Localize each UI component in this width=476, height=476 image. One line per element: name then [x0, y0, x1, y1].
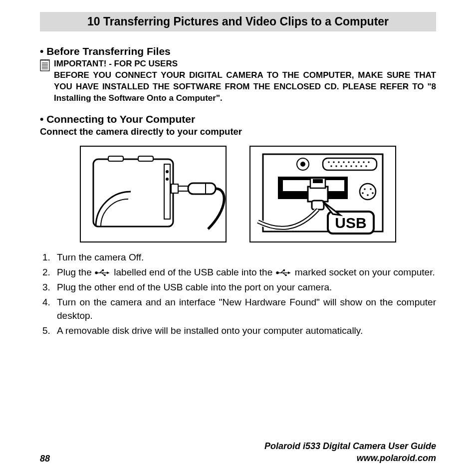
svg-point-17	[328, 161, 329, 163]
svg-point-4	[166, 170, 169, 173]
usb-callout-label: USB	[335, 215, 366, 231]
step-5: A removable disk drive will be installed…	[53, 324, 436, 338]
svg-rect-40	[312, 201, 324, 210]
svg-point-22	[353, 161, 354, 163]
figure-computer-usb: USB	[248, 144, 398, 244]
section-connect-heading: • Connecting to Your Computer	[40, 113, 436, 125]
svg-point-42	[364, 188, 366, 190]
svg-rect-8	[188, 183, 216, 194]
figure-camera-cable	[78, 144, 228, 244]
important-label: IMPORTANT! - FOR PC USERS	[54, 59, 178, 68]
svg-rect-39	[313, 179, 323, 183]
footer-url: www.polaroid.com	[264, 453, 436, 464]
section-connect-subheading: Connect the camera directly to your comp…	[40, 126, 436, 137]
usb-icon	[94, 269, 111, 276]
svg-point-5	[166, 178, 169, 181]
svg-rect-37	[308, 187, 328, 202]
svg-point-43	[370, 188, 372, 190]
step-2: Plug the labelled end of the USB cable i…	[53, 266, 436, 279]
svg-point-45	[372, 192, 374, 194]
svg-point-27	[335, 165, 337, 167]
chapter-title: 10 Transferring Pictures and Video Clips…	[40, 12, 436, 31]
svg-point-32	[360, 165, 362, 167]
svg-rect-54	[283, 269, 284, 271]
svg-rect-0	[40, 60, 49, 71]
svg-rect-2	[93, 159, 173, 227]
svg-point-55	[285, 274, 287, 276]
svg-point-28	[340, 165, 342, 167]
footer-guide-title: Polaroid i533 Digital Camera User Guide	[264, 441, 436, 452]
svg-point-20	[343, 161, 344, 163]
svg-point-33	[365, 165, 367, 167]
svg-point-26	[330, 165, 332, 167]
svg-point-21	[348, 161, 349, 163]
svg-point-25	[368, 161, 369, 163]
steps-list: Turn the camera Off. Plug the labelled e…	[40, 251, 436, 338]
svg-rect-6	[171, 184, 178, 193]
svg-point-15	[300, 162, 305, 167]
svg-rect-50	[102, 269, 104, 271]
svg-rect-10	[108, 156, 123, 161]
important-note: IMPORTANT! - FOR PC USERS BEFORE YOU CON…	[40, 58, 436, 104]
svg-point-19	[338, 161, 339, 163]
step-1: Turn the camera Off.	[53, 251, 436, 264]
svg-point-29	[345, 165, 347, 167]
svg-point-41	[360, 184, 376, 200]
step-4: Turn on the camera and an interface "New…	[53, 296, 436, 323]
step-3: Plug the other end of the USB cable into…	[53, 281, 436, 294]
svg-point-18	[333, 161, 334, 163]
usb-icon	[275, 269, 292, 276]
note-icon	[40, 59, 50, 71]
svg-point-51	[104, 274, 106, 276]
section-before-heading: • Before Transferring Files	[40, 45, 436, 57]
important-body: BEFORE YOU CONNECT YOUR DIGITAL CAMERA T…	[54, 70, 436, 103]
svg-point-31	[355, 165, 357, 167]
svg-rect-16	[323, 158, 377, 170]
svg-point-46	[367, 194, 369, 196]
svg-rect-7	[178, 186, 188, 191]
page-footer: 88 Polaroid i533 Digital Camera User Gui…	[40, 441, 436, 464]
svg-point-24	[363, 161, 364, 163]
figure-row: USB	[40, 144, 436, 244]
svg-rect-11	[138, 156, 153, 161]
svg-point-30	[350, 165, 352, 167]
svg-point-23	[358, 161, 359, 163]
svg-point-44	[362, 192, 364, 194]
page-number: 88	[40, 454, 50, 464]
